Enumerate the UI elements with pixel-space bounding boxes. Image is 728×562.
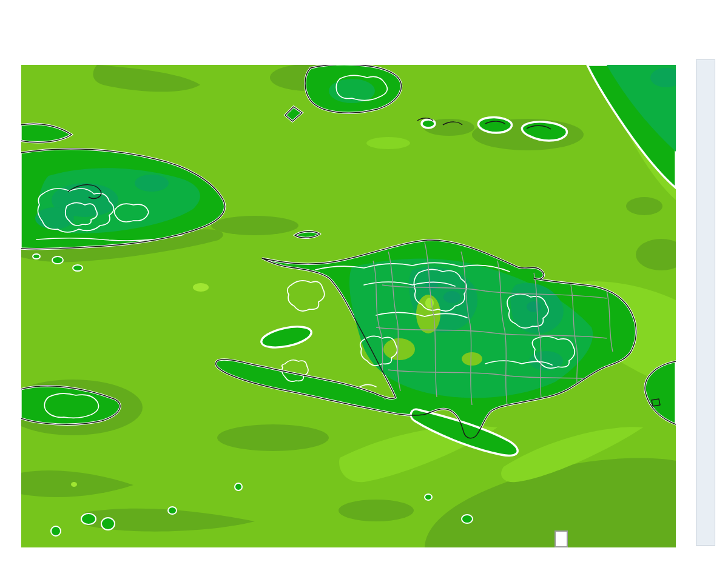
weather-map-page <box>0 0 728 562</box>
attribution-box <box>554 530 568 547</box>
colorbar <box>696 59 715 546</box>
map-canvas <box>0 0 728 562</box>
turks-caicos-blob <box>478 117 511 133</box>
